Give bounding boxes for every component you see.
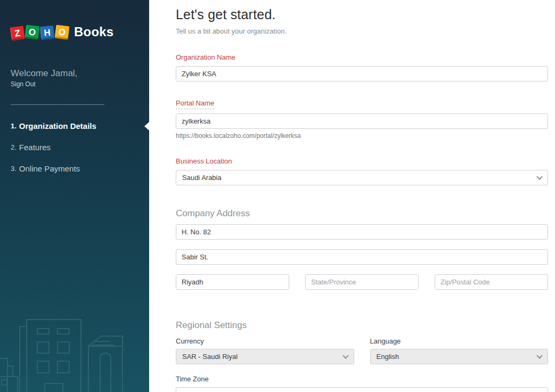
chevron-down-icon [342, 353, 348, 358]
language-value: English [377, 353, 399, 361]
portal-name-label: Portal Name [176, 99, 214, 109]
zip-postal-code-input[interactable] [435, 274, 548, 290]
step-organization-details[interactable]: 1. Organization Details [0, 121, 149, 130]
street-address-1-input[interactable] [176, 224, 548, 240]
time-zone-label: Time Zone [176, 375, 548, 383]
portal-url-helper: https://books.localzoho.com/portal/zylke… [176, 132, 548, 140]
organization-name-input[interactable] [176, 66, 548, 81]
logo-tile-h: H [40, 25, 54, 39]
state-province-input[interactable] [305, 274, 419, 290]
logo-product-name: Books [74, 24, 113, 39]
sign-out-link[interactable]: Sign Out [11, 80, 36, 88]
portal-name-input[interactable] [176, 113, 548, 129]
language-select[interactable]: English [370, 349, 549, 364]
city-input[interactable] [176, 274, 289, 290]
active-step-pointer-icon [144, 122, 149, 130]
sidebar: Z O H O Books Welcome Jamal, Sign Out 1.… [0, 0, 149, 392]
main-content: Let's get started. Tell us a bit about y… [149, 0, 555, 392]
step-number: 2. [11, 143, 17, 151]
logo-tile-z: Z [10, 26, 25, 40]
step-number: 1. [11, 122, 17, 130]
chevron-down-icon [536, 353, 542, 358]
step-online-payments[interactable]: 3. Online Payments [0, 164, 149, 173]
page-title: Let's get started. [176, 6, 548, 22]
logo-tile-o1: O [25, 24, 40, 39]
currency-value: SAR - Saudi Riyal [182, 353, 238, 361]
currency-label: Currency [176, 337, 354, 345]
language-label: Language [370, 337, 549, 345]
time-zone-select[interactable]: (GMT 3:00) Arabia Standard Time (Asia/Ri… [176, 387, 548, 392]
regional-settings-heading: Regional Settings [176, 320, 548, 331]
street-address-2-input[interactable] [176, 249, 548, 265]
business-location-label: Business Location [176, 157, 232, 165]
chevron-down-icon [536, 174, 542, 179]
step-label: Features [19, 143, 51, 152]
business-location-select[interactable]: Saudi Arabia [176, 170, 548, 185]
buildings-illustration [0, 298, 149, 392]
step-label: Online Payments [19, 164, 80, 173]
zoho-books-logo: Z O H O Books [11, 24, 113, 39]
currency-field: Currency SAR - Saudi Riyal [176, 337, 354, 364]
currency-select[interactable]: SAR - Saudi Riyal [176, 349, 354, 364]
sidebar-divider [11, 104, 104, 105]
page-subtitle: Tell us a bit about your organization. [176, 27, 548, 36]
company-address-heading: Company Address [176, 208, 548, 219]
organization-name-label: Organization Name [176, 53, 235, 61]
language-field: Language English [370, 337, 549, 364]
onboarding-page: Z O H O Books Welcome Jamal, Sign Out 1.… [0, 0, 555, 392]
welcome-text: Welcome Jamal, [11, 68, 77, 79]
logo-tile-o2: O [55, 24, 70, 39]
step-features[interactable]: 2. Features [0, 143, 149, 152]
step-label: Organization Details [19, 121, 96, 130]
step-number: 3. [11, 165, 17, 173]
business-location-value: Saudi Arabia [182, 174, 222, 182]
setup-steps-nav: 1. Organization Details 2. Features 3. O… [0, 121, 149, 185]
